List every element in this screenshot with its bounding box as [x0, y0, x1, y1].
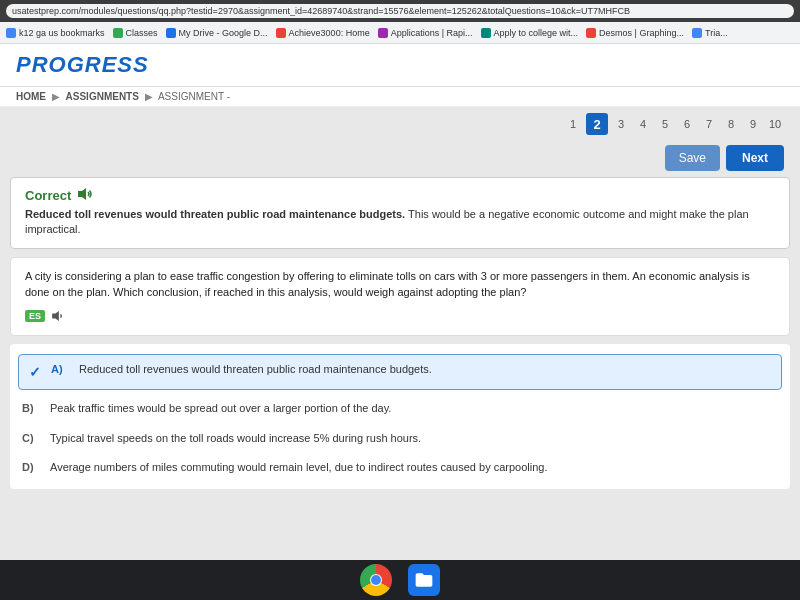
speaker-icon[interactable]: [77, 188, 93, 203]
bookmark-achieve[interactable]: Achieve3000: Home: [276, 28, 370, 38]
correct-bold-text: Reduced toll revenues would threaten pub…: [25, 208, 405, 220]
svg-marker-1: [52, 311, 59, 321]
button-row: Save Next: [0, 141, 800, 177]
bookmark-desmos[interactable]: Desmos | Graphing...: [586, 28, 684, 38]
bookmark-label-tria: Tria...: [705, 28, 728, 38]
page-6[interactable]: 6: [678, 115, 696, 133]
main-content: PROGRESS HOME ▶ ASSIGNMENTS ▶ ASSIGNMENT…: [0, 44, 800, 560]
save-button[interactable]: Save: [665, 145, 720, 171]
answer-row-a[interactable]: ✓ A) Reduced toll revenues would threate…: [18, 354, 782, 391]
page-8[interactable]: 8: [722, 115, 740, 133]
bookmark-label-desmos: Desmos | Graphing...: [599, 28, 684, 38]
page-1[interactable]: 1: [564, 115, 582, 133]
url-text: usatestprep.com/modules/questions/qq.php…: [12, 6, 630, 16]
breadcrumb-sep2: ▶: [145, 91, 153, 102]
page-9[interactable]: 9: [744, 115, 762, 133]
answer-letter-a: A): [51, 362, 69, 377]
breadcrumb-current: ASSIGNMENT -: [158, 91, 230, 102]
page-header: PROGRESS: [0, 44, 800, 87]
bookmark-classes[interactable]: Classes: [113, 28, 158, 38]
page-2-active[interactable]: 2: [586, 113, 608, 135]
progress-logo: PROGRESS: [16, 52, 784, 78]
answer-letter-d: D): [22, 460, 40, 475]
bookmark-icon-apply: [481, 28, 491, 38]
answer-row-b[interactable]: B) Peak traffic times would be spread ou…: [10, 394, 790, 423]
url-bar[interactable]: usatestprep.com/modules/questions/qq.php…: [6, 4, 794, 18]
question-speaker-icon[interactable]: [51, 307, 65, 325]
bookmark-icon-drive: [166, 28, 176, 38]
correct-feedback-text: Reduced toll revenues would threaten pub…: [25, 207, 775, 238]
bookmark-label-apply: Apply to college wit...: [494, 28, 579, 38]
question-icons: ES: [25, 307, 775, 325]
answer-letter-b: B): [22, 401, 40, 416]
breadcrumb: HOME ▶ ASSIGNMENTS ▶ ASSIGNMENT -: [0, 87, 800, 107]
bookmarks-bar: k12 ga us bookmarks Classes My Drive - G…: [0, 22, 800, 44]
bookmark-icon-applications: [378, 28, 388, 38]
answer-text-b: Peak traffic times would be spread out o…: [50, 401, 778, 416]
es-badge: ES: [25, 310, 45, 322]
bookmark-icon-desmos: [586, 28, 596, 38]
next-button[interactable]: Next: [726, 145, 784, 171]
bookmark-icon-classes: [113, 28, 123, 38]
answer-row-c[interactable]: C) Typical travel speeds on the toll roa…: [10, 424, 790, 453]
answer-text-a: Reduced toll revenues would threaten pub…: [79, 362, 771, 377]
svg-marker-0: [78, 188, 86, 200]
answer-row-d[interactable]: D) Average numbers of miles commuting wo…: [10, 453, 790, 482]
bookmark-tria[interactable]: Tria...: [692, 28, 728, 38]
bookmark-label-drive: My Drive - Google D...: [179, 28, 268, 38]
page-3[interactable]: 3: [612, 115, 630, 133]
page-7[interactable]: 7: [700, 115, 718, 133]
bookmark-label-k12: k12 ga us bookmarks: [19, 28, 105, 38]
correct-label: Correct: [25, 188, 775, 203]
correct-text-label: Correct: [25, 188, 71, 203]
page-10[interactable]: 10: [766, 115, 784, 133]
answer-letter-c: C): [22, 431, 40, 446]
question-text: A city is considering a plan to ease tra…: [25, 268, 775, 301]
check-mark-a: ✓: [29, 363, 41, 383]
taskbar: [0, 560, 800, 600]
correct-feedback-box: Correct Reduced toll revenues would thre…: [10, 177, 790, 249]
answers-box: ✓ A) Reduced toll revenues would threate…: [10, 344, 790, 489]
bookmark-icon-achieve: [276, 28, 286, 38]
pagination: 1 2 3 4 5 6 7 8 9 10: [0, 107, 800, 141]
bookmark-label-classes: Classes: [126, 28, 158, 38]
bookmark-k12[interactable]: k12 ga us bookmarks: [6, 28, 105, 38]
question-box: A city is considering a plan to ease tra…: [10, 257, 790, 336]
breadcrumb-sep1: ▶: [52, 91, 60, 102]
bookmark-label-applications: Applications | Rapi...: [391, 28, 473, 38]
bookmark-icon-tria: [692, 28, 702, 38]
bookmark-icon-k12: [6, 28, 16, 38]
bookmark-drive[interactable]: My Drive - Google D...: [166, 28, 268, 38]
bookmark-applications[interactable]: Applications | Rapi...: [378, 28, 473, 38]
breadcrumb-assignments[interactable]: ASSIGNMENTS: [66, 91, 139, 102]
bookmark-apply[interactable]: Apply to college wit...: [481, 28, 579, 38]
page-5[interactable]: 5: [656, 115, 674, 133]
answer-text-c: Typical travel speeds on the toll roads …: [50, 431, 778, 446]
page-4[interactable]: 4: [634, 115, 652, 133]
chrome-taskbar-icon[interactable]: [360, 564, 392, 596]
browser-bar: usatestprep.com/modules/questions/qq.php…: [0, 0, 800, 22]
breadcrumb-home[interactable]: HOME: [16, 91, 46, 102]
files-taskbar-icon[interactable]: [408, 564, 440, 596]
answer-text-d: Average numbers of miles commuting would…: [50, 460, 778, 475]
bookmark-label-achieve: Achieve3000: Home: [289, 28, 370, 38]
